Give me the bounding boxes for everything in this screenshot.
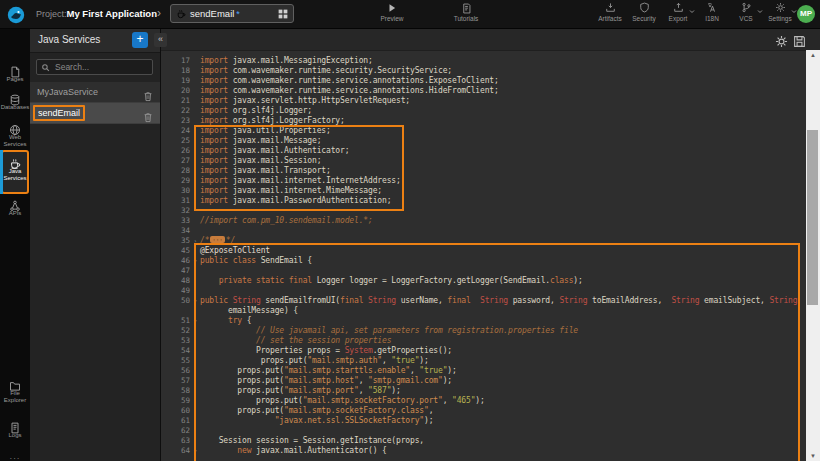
code-line[interactable]: 34 — [162, 226, 806, 236]
scroll-down-arrow[interactable]: ▼ — [806, 453, 820, 459]
pages-icon — [0, 62, 30, 75]
code-line[interactable]: 49 — [162, 286, 806, 296]
code-line[interactable]: 54 Properties props = System.getProperti… — [162, 346, 806, 356]
code-line[interactable]: 64▾ new javax.mail.Authenticator() { — [162, 446, 806, 456]
line-number: 49 — [162, 286, 198, 296]
code-line[interactable]: 31import javax.mail.PasswordAuthenticati… — [162, 196, 806, 206]
code-line[interactable]: 22import org.slf4j.Logger; — [162, 106, 806, 116]
code-line[interactable]: 50▾public String sendEmailfromUI(final S… — [162, 296, 806, 306]
code-line[interactable]: 48 private static final Logger logger = … — [162, 276, 806, 286]
code-line[interactable]: 19import com.wavemaker.runtime.service.a… — [162, 76, 806, 86]
editor-scrollbar[interactable]: ▲ ▼ — [806, 50, 820, 461]
search-input[interactable] — [53, 61, 147, 73]
app-window: Project:My First Application › sendEmail… — [0, 0, 820, 461]
scrollbar-thumb[interactable] — [807, 130, 818, 305]
code-line[interactable]: 52 // Use javamail api, set parameters f… — [162, 326, 806, 336]
service-name: sendEmail — [33, 105, 85, 121]
code-line[interactable]: 58 props.put("mail.smtp.port", "587"); — [162, 386, 806, 396]
code-line[interactable]: 59 props.put("mail.smtp.socketFactory.po… — [162, 396, 806, 406]
artifacts-icon — [597, 2, 623, 15]
grid-icon[interactable] — [278, 9, 288, 19]
sidebar-item-databases[interactable]: Databases — [0, 90, 30, 111]
fold-marker-icon[interactable]: ▾ — [193, 446, 197, 456]
fold-marker-icon[interactable]: › — [193, 236, 197, 246]
code-line[interactable]: 32 — [162, 206, 806, 216]
code-line[interactable]: 30import javax.mail.internet.MimeMessage… — [162, 186, 806, 196]
code-line[interactable]: 55 props.put("mail.smtp.auth", "true"); — [162, 356, 806, 366]
fold-marker-icon[interactable]: ▾ — [193, 316, 197, 326]
code-line[interactable]: 51▾ try { — [162, 316, 806, 326]
service-search-box[interactable] — [36, 59, 153, 75]
code-line[interactable]: 60 props.put("mail.smtp.socketFactory.cl… — [162, 406, 806, 416]
code-line[interactable]: 24import java.util.Properties; — [162, 126, 806, 136]
wavemaker-logo-icon[interactable] — [7, 5, 25, 23]
code-line[interactable]: 53 // set the session properties — [162, 336, 806, 346]
service-item-sendemail[interactable]: sendEmail — [30, 103, 160, 124]
line-number: 27 — [162, 156, 198, 166]
web-services-icon — [0, 120, 30, 133]
project-name: My First Application — [67, 8, 157, 19]
export-button[interactable]: Export — [665, 2, 691, 22]
sidebar-item-pages[interactable]: Pages — [0, 62, 30, 83]
code-line[interactable]: 17import javax.mail.MessagingException; — [162, 56, 806, 66]
code-line[interactable]: 56 props.put("mail.smtp.starttls.enable"… — [162, 366, 806, 376]
user-avatar[interactable]: MP — [797, 5, 815, 23]
code-line[interactable]: 21import javax.servlet.http.HttpServletR… — [162, 96, 806, 106]
code-line[interactable]: 28import javax.mail.Transport; — [162, 166, 806, 176]
fold-marker-icon[interactable]: ▾ — [193, 256, 197, 266]
security-button[interactable]: Security — [631, 2, 657, 22]
settings-button[interactable]: Settings — [767, 2, 793, 22]
line-number: 63 — [162, 436, 198, 446]
delete-service-icon[interactable] — [143, 108, 153, 119]
fold-marker-icon[interactable]: ▾ — [193, 296, 197, 306]
sidebar-more-button[interactable]: ··· — [0, 454, 30, 461]
line-number: 35› — [162, 236, 198, 246]
code-lines: 17import javax.mail.MessagingException;1… — [162, 50, 806, 461]
scroll-up-arrow[interactable]: ▲ — [806, 52, 820, 58]
open-tab-sendemail[interactable]: sendEmail * — [170, 4, 294, 23]
code-line[interactable]: 61 "javax.net.ssl.SSLSocketFactory"); — [162, 416, 806, 426]
code-line[interactable]: 29import javax.mail.internet.InternetAdd… — [162, 176, 806, 186]
settings-gear-icon[interactable] — [775, 32, 788, 45]
service-item-myjavaservice[interactable]: MyJavaService — [30, 82, 160, 103]
apis-icon — [0, 196, 30, 209]
code-line[interactable]: 33//import com.pm_10.sendemail.model.*; — [162, 216, 806, 226]
code-line[interactable]: 26import javax.mail.Authenticator; — [162, 146, 806, 156]
code-line[interactable]: 20import com.wavemaker.runtime.service.a… — [162, 86, 806, 96]
vcs-button[interactable]: VCS — [733, 2, 759, 22]
sidebar-item-apis[interactable]: APIs — [0, 196, 30, 217]
line-number: 26 — [162, 146, 198, 156]
code-line[interactable]: 45@ExposeToClient — [162, 246, 806, 256]
line-number: 24 — [162, 126, 198, 136]
code-editor: 17import javax.mail.MessagingException;1… — [160, 28, 820, 461]
line-number: 64▾ — [162, 446, 198, 456]
line-number: 25 — [162, 136, 198, 146]
save-icon[interactable] — [793, 32, 806, 45]
delete-service-icon[interactable] — [143, 87, 153, 98]
code-line[interactable]: 18import com.wavemaker.runtime.security.… — [162, 66, 806, 76]
artifacts-button[interactable]: Artifacts — [597, 2, 623, 22]
preview-play-icon — [370, 3, 414, 15]
i18n-button[interactable]: I18N — [699, 2, 725, 22]
code-line[interactable]: 27import javax.mail.Session; — [162, 156, 806, 166]
line-number: 17 — [162, 56, 198, 66]
collapse-panel-button[interactable]: « — [154, 33, 167, 47]
code-line[interactable]: emailMessage) { — [162, 306, 806, 316]
code-line[interactable]: 46▾public class SendEmail { — [162, 256, 806, 266]
tutorials-button[interactable]: Tutorials — [444, 3, 488, 22]
sidebar-item-web-services[interactable]: Web Services — [0, 120, 30, 147]
sidebar-item-java-services[interactable]: Java Services — [0, 154, 30, 181]
code-line[interactable]: 62 — [162, 426, 806, 436]
code-line[interactable]: 23import org.slf4j.LoggerFactory; — [162, 116, 806, 126]
code-line[interactable]: 47 — [162, 266, 806, 276]
sidebar-item-file-explorer[interactable]: File Explorer — [0, 376, 30, 403]
java-services-icon — [0, 154, 30, 167]
code-line[interactable]: 25import javax.mail.Message; — [162, 136, 806, 146]
preview-button[interactable]: Preview — [370, 3, 414, 22]
sidebar-item-logs[interactable]: Logs — [0, 418, 30, 439]
line-number: 61 — [162, 416, 198, 426]
code-line[interactable]: 57 props.put("mail.smtp.host", "smtp.gma… — [162, 376, 806, 386]
code-line[interactable]: 35›/*···*/ — [162, 236, 806, 246]
add-service-button[interactable]: + — [132, 32, 148, 48]
code-line[interactable]: 63 Session session = Session.getInstance… — [162, 436, 806, 446]
